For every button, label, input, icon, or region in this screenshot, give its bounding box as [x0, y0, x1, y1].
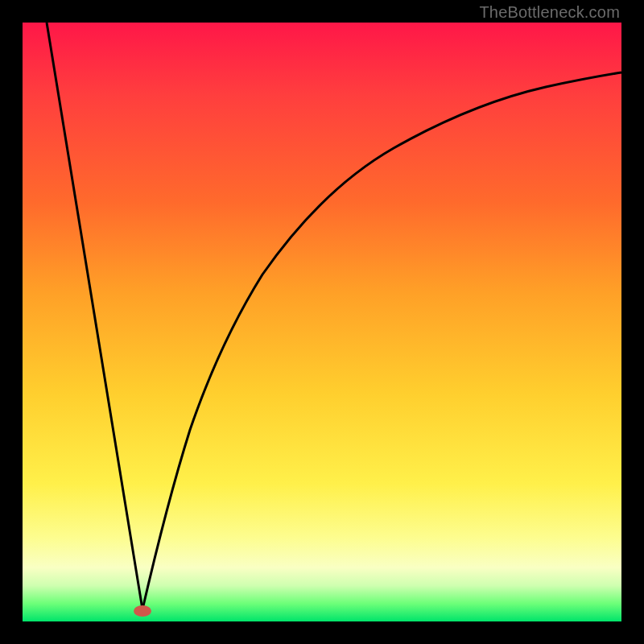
chart-frame: TheBottleneck.com	[0, 0, 644, 644]
plot-area	[23, 23, 621, 621]
watermark-text: TheBottleneck.com	[479, 3, 620, 22]
curve-svg	[23, 23, 621, 621]
curve-left-segment	[47, 23, 142, 609]
curve-right-segment	[142, 72, 621, 609]
min-marker-dot	[134, 605, 151, 617]
